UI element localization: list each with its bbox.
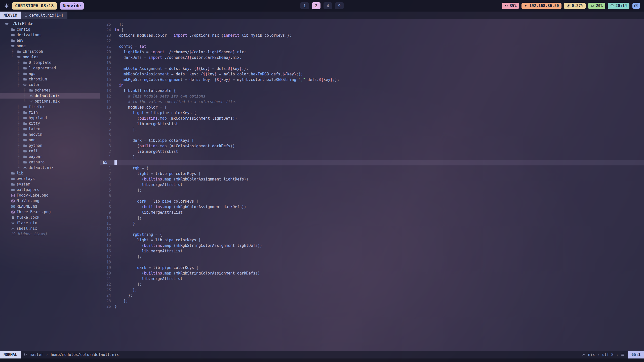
tree-item-zathura[interactable]: ├zathura: [0, 159, 100, 165]
code-line[interactable]: 3 (builtins.map (mkRgbColorAssignment li…: [100, 176, 644, 182]
code-line[interactable]: 9 lib.mergeAttrsList: [100, 210, 644, 215]
code-line[interactable]: 16 mkRgbColorAssignment = defs: key: {${…: [100, 71, 644, 77]
tree-item-lib[interactable]: lib: [0, 170, 100, 176]
tree-item-wallpapers[interactable]: wallpapers: [0, 187, 100, 193]
tree-item-default.nix[interactable]: └default.nix: [0, 165, 100, 170]
code-line[interactable]: 2 lib.mergeAttrsList: [100, 149, 644, 154]
tree-item-nixvim.png[interactable]: NixVim.png: [0, 198, 100, 204]
code-line[interactable]: 22 ];: [100, 282, 644, 287]
code-line[interactable]: 3 (builtins.map (mkColorAssignment darkD…: [100, 143, 644, 149]
tree-item-overlays[interactable]: overlays: [0, 176, 100, 182]
code-line[interactable]: 25 ];: [100, 22, 644, 27]
code-line[interactable]: 25 };: [100, 298, 644, 304]
workspace-button-9[interactable]: 9: [335, 2, 344, 9]
tree-item-firefox[interactable]: ├firefox: [0, 104, 100, 110]
tree-item-christoph[interactable]: ├christoph: [0, 49, 100, 54]
code-line[interactable]: 4 lib.mergeAttrsList: [100, 182, 644, 188]
tree-item-chromium[interactable]: ├chromium: [0, 76, 100, 82]
tree-item-rofi[interactable]: ├rofi: [0, 148, 100, 154]
code-line[interactable]: 26}: [100, 304, 644, 309]
code-line[interactable]: 19 dark = lib.pipe colorKeys [: [100, 265, 644, 270]
status-badge-network[interactable]: 192.168.86.50: [521, 3, 561, 9]
code-line[interactable]: 15 mkRgbStringColorAssignment = defs: ke…: [100, 77, 644, 82]
tree-item-derivations[interactable]: derivations: [0, 32, 100, 38]
tree-item-three-bears.png[interactable]: Three-Bears.png: [0, 209, 100, 215]
code-line[interactable]: 10 ];: [100, 215, 644, 221]
status-badge-sun[interactable]: 0.27%: [564, 3, 586, 9]
code-line[interactable]: 12 # This module sets its own options: [100, 94, 644, 99]
tree-item-waybar[interactable]: ├waybar: [0, 154, 100, 159]
tree-item-latex[interactable]: ├latex: [0, 126, 100, 132]
code-line[interactable]: 7 lib.mergeAttrsList: [100, 121, 644, 127]
code-line[interactable]: 18: [100, 60, 644, 66]
code-line[interactable]: 13 rgbString = {: [100, 232, 644, 237]
code-line[interactable]: 7 dark = lib.pipe colorKeys [: [100, 199, 644, 204]
tree-item-readme.md[interactable]: README.md: [0, 204, 100, 209]
tree-item-schemes[interactable]: ├schemes: [0, 87, 100, 93]
tree-item-nixflake[interactable]: ~/NixFlake: [0, 21, 100, 27]
code-line[interactable]: 6 ];: [100, 127, 644, 132]
tree-item-foggy-lake.png[interactable]: Foggy-Lake.png: [0, 193, 100, 198]
code-line[interactable]: 21 config = let: [100, 44, 644, 49]
code-line[interactable]: 17 mkColorAssignment = defs: key: {${key…: [100, 66, 644, 71]
code-line[interactable]: 20 (builtins.map (mkRgbStringColorAssign…: [100, 270, 644, 276]
code-line[interactable]: 21 lib.mergeAttrsList: [100, 276, 644, 282]
tree-item-home[interactable]: home: [0, 43, 100, 49]
tree-item-0_template[interactable]: ├0_template: [0, 60, 100, 65]
code-line[interactable]: 24in {: [100, 27, 644, 33]
code-line[interactable]: 20 lightDefs = import ./schemes/${color.…: [100, 49, 644, 55]
workspace-button-4[interactable]: 4: [324, 2, 332, 9]
code-line[interactable]: 1 ];: [100, 154, 644, 160]
code-line[interactable]: 13 lib.mkIf color.enable {: [100, 88, 644, 94]
tree-item-options.nix[interactable]: └options.nix: [0, 99, 100, 104]
tree-item-system[interactable]: system: [0, 182, 100, 187]
status-badge-clock[interactable]: 20:14: [608, 3, 629, 9]
tree-item-fish[interactable]: ├fish: [0, 110, 100, 115]
tree-item-neovim[interactable]: ├neovim: [0, 132, 100, 137]
tree-item-1_deprecated[interactable]: ├1_deprecated: [0, 65, 100, 71]
tree-item-default.nix[interactable]: ├default.nix: [0, 93, 100, 99]
tree-item-python[interactable]: ├python: [0, 143, 100, 148]
code-line[interactable]: 5 ];: [100, 188, 644, 193]
code-line[interactable]: 16 lib.mergeAttrsList: [100, 248, 644, 254]
tree-item-shell.nix[interactable]: shell.nix: [0, 226, 100, 231]
tree-item-9hiddenitems[interactable]: (9 hidden items): [0, 231, 100, 237]
code-line[interactable]: 22: [100, 38, 644, 44]
code-line[interactable]: 11 };: [100, 221, 644, 226]
tree-item-env[interactable]: env: [0, 38, 100, 43]
code-line[interactable]: 2 light = lib.pipe colorKeys [: [100, 171, 644, 176]
tree-item-flake.nix[interactable]: flake.nix: [0, 220, 100, 226]
code-line[interactable]: 23 };: [100, 287, 644, 293]
tree-item-hyprland[interactable]: ├hyprland: [0, 115, 100, 121]
workspace-button-1[interactable]: 1: [300, 2, 309, 9]
code-line[interactable]: 19 darkDefs = import ./schemes/${color.d…: [100, 55, 644, 60]
tab-default-nix[interactable]: 1 default.nix[1+]: [21, 12, 67, 19]
status-badge-speaker[interactable]: 35%: [502, 3, 519, 9]
code-line[interactable]: 9 light = lib.pipe colorKeys [: [100, 110, 644, 116]
workspace-button-2[interactable]: 2: [312, 2, 320, 9]
code-line[interactable]: 23 options.modules.color = import ./opti…: [100, 33, 644, 38]
code-line[interactable]: 10 modules.color = {: [100, 105, 644, 110]
code-line[interactable]: 18: [100, 259, 644, 265]
tree-item-flake.lock[interactable]: flake.lock: [0, 215, 100, 220]
tree-item-config[interactable]: config: [0, 27, 100, 32]
code-line[interactable]: 6: [100, 193, 644, 199]
tree-item-nnn[interactable]: ├nnn: [0, 137, 100, 143]
code-line[interactable]: 17 ];: [100, 254, 644, 259]
tree-item-ags[interactable]: ├ags: [0, 71, 100, 76]
tray-icon[interactable]: [632, 3, 640, 9]
code-line[interactable]: 8 (builtins.map (mkColorAssignment light…: [100, 116, 644, 121]
status-badge-battery[interactable]: 20%: [588, 3, 605, 9]
code-line[interactable]: 14 in: [100, 82, 644, 88]
code-line[interactable]: 12: [100, 226, 644, 232]
tree-item-color[interactable]: ├color: [0, 82, 100, 87]
code-line[interactable]: 4 dark = lib.pipe colorKeys [: [100, 138, 644, 143]
code-line[interactable]: 24 };: [100, 293, 644, 298]
tree-item-kitty[interactable]: ├kitty: [0, 121, 100, 126]
code-line-current[interactable]: 65: [100, 160, 644, 165]
code-line[interactable]: 5: [100, 132, 644, 138]
code-line[interactable]: 14 light = lib.pipe colorKeys [: [100, 237, 644, 243]
code-line[interactable]: 1 rgb = {: [100, 165, 644, 171]
tree-item-modules[interactable]: └modules: [0, 54, 100, 60]
code-line[interactable]: 11 # to the values specified in a colors…: [100, 99, 644, 105]
